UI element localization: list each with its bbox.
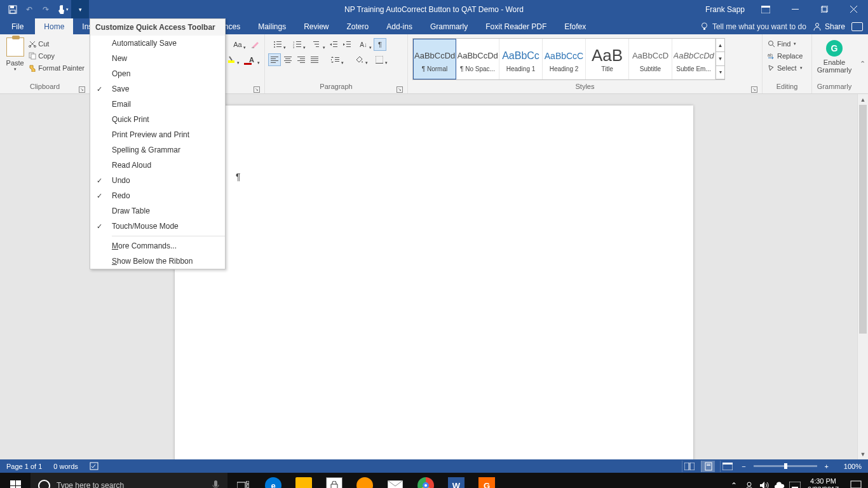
tray-onedrive-icon[interactable] — [772, 473, 787, 488]
qat-item-automatically-save[interactable]: Automatically Save — [90, 36, 225, 51]
scroll-thumb[interactable] — [859, 105, 867, 334]
spell-check-icon[interactable] — [90, 462, 100, 471]
find-button[interactable]: Find▾ — [766, 37, 798, 50]
tab-mailings[interactable]: Mailings — [249, 18, 295, 34]
align-left-button[interactable] — [268, 53, 281, 66]
change-case-button[interactable]: Aa — [228, 38, 247, 51]
paste-button[interactable]: Paste ▾ — [3, 36, 27, 72]
tab-efofex[interactable]: Efofex — [555, 18, 595, 34]
clipboard-launcher-icon[interactable]: ↘ — [79, 86, 85, 93]
zoom-slider[interactable] — [754, 465, 817, 467]
more-commands-item[interactable]: More Commands... — [90, 238, 225, 254]
style-heading-2[interactable]: AaBbCcCHeading 2 — [543, 39, 586, 79]
copy-button[interactable]: Copy — [27, 50, 86, 62]
qat-item-undo[interactable]: ✓Undo — [90, 173, 225, 188]
word-count[interactable]: 0 words — [53, 463, 78, 470]
style--no-spac-[interactable]: AaBbCcDd¶ No Spac... — [456, 39, 499, 79]
tray-volume-icon[interactable] — [757, 473, 772, 488]
tray-clock[interactable]: 4:30 PM 9/23/2017 — [803, 477, 844, 488]
enable-grammarly-button[interactable]: G Enable Grammarly — [815, 36, 853, 74]
task-view-button[interactable] — [227, 473, 258, 488]
maximize-button[interactable] — [810, 0, 839, 18]
zoom-out-button[interactable]: − — [739, 463, 748, 470]
align-right-button[interactable] — [295, 53, 308, 66]
tab-zotero[interactable]: Zotero — [338, 18, 378, 34]
tab-grammarly[interactable]: Grammarly — [421, 18, 477, 34]
tray-keyboard-icon[interactable] — [787, 473, 803, 488]
taskbar-edge[interactable]: e — [258, 473, 288, 488]
customize-qat-button[interactable]: ▾ — [71, 0, 89, 18]
qat-item-redo[interactable]: ✓Redo — [90, 188, 225, 203]
zoom-in-button[interactable]: + — [822, 463, 831, 470]
undo-icon[interactable]: ↶ — [22, 1, 37, 17]
qat-item-quick-print[interactable]: Quick Print — [90, 112, 225, 127]
align-center-button[interactable] — [281, 53, 294, 66]
styles-scroll[interactable]: ▲▼▾ — [715, 39, 724, 79]
tray-people-icon[interactable] — [742, 473, 757, 488]
style--normal[interactable]: AaBbCcDd¶ Normal — [413, 39, 456, 79]
touch-mode-icon[interactable]: ▾ — [55, 1, 70, 17]
qat-item-email[interactable]: Email — [90, 97, 225, 112]
tab-file[interactable]: File — [0, 18, 35, 34]
tab-home[interactable]: Home — [35, 18, 73, 34]
show-hide-button[interactable]: ¶ — [374, 38, 386, 51]
print-layout-button[interactable] — [701, 461, 715, 472]
bullets-button[interactable] — [268, 38, 287, 51]
tab-review[interactable]: Review — [295, 18, 337, 34]
taskbar-search[interactable]: Type here to search — [31, 473, 227, 488]
style-heading-1[interactable]: AaBbCcHeading 1 — [499, 39, 543, 79]
select-button[interactable]: Select▾ — [766, 62, 804, 74]
tray-overflow-icon[interactable]: ⌃ — [726, 473, 742, 488]
styles-gallery[interactable]: AaBbCcDd¶ NormalAaBbCcDd¶ No Spac...AaBb… — [412, 38, 725, 80]
close-button[interactable] — [839, 0, 868, 18]
comments-icon[interactable] — [851, 22, 863, 31]
qat-item-read-aloud[interactable]: Read Aloud — [90, 158, 225, 173]
web-layout-button[interactable] — [720, 461, 734, 472]
qat-item-spelling-grammar[interactable]: Spelling & Grammar — [90, 142, 225, 158]
cut-button[interactable]: Cut — [27, 37, 86, 50]
format-painter-button[interactable]: Format Painter — [27, 62, 86, 74]
replace-button[interactable]: abReplace — [766, 50, 804, 62]
numbering-button[interactable]: 123 — [288, 38, 307, 51]
style-subtle-em-[interactable]: AaBbCcDdSubtle Em... — [672, 39, 715, 79]
user-name[interactable]: Frank Sapp — [699, 5, 751, 14]
scroll-up-icon[interactable]: ▲ — [858, 94, 868, 105]
qat-item-new[interactable]: New — [90, 51, 225, 66]
ribbon-display-icon[interactable] — [751, 0, 780, 18]
decrease-indent-button[interactable] — [327, 38, 340, 51]
taskbar-mail[interactable]: 99+ — [380, 473, 410, 488]
vertical-scrollbar[interactable]: ▲ ▼ — [857, 94, 868, 459]
line-spacing-button[interactable] — [326, 53, 345, 66]
taskbar-explorer[interactable] — [288, 473, 319, 488]
sort-button[interactable]: A↓ — [354, 38, 373, 51]
action-center-button[interactable]: 22 — [844, 473, 868, 488]
qat-item-save[interactable]: ✓Save — [90, 81, 225, 97]
shading-button[interactable] — [350, 53, 369, 66]
font-color-button[interactable]: A — [242, 53, 261, 66]
taskbar-store[interactable] — [319, 473, 349, 488]
styles-launcher-icon[interactable]: ↘ — [751, 86, 757, 93]
scroll-down-icon[interactable]: ▼ — [858, 449, 868, 459]
qat-item-draw-table[interactable]: Draw Table — [90, 203, 225, 219]
tell-me-search[interactable]: Tell me what you want to do — [700, 22, 806, 31]
page-indicator[interactable]: Page 1 of 1 — [6, 463, 42, 470]
redo-icon[interactable]: ↷ — [38, 1, 53, 17]
clear-formatting-button[interactable] — [248, 38, 261, 51]
minimize-button[interactable] — [780, 0, 810, 18]
show-below-ribbon-item[interactable]: Show Below the Ribbon — [90, 254, 225, 269]
style-subtitle[interactable]: AaBbCcDSubtitle — [629, 39, 672, 79]
document-page[interactable]: ¶ — [175, 105, 693, 459]
read-mode-button[interactable] — [682, 461, 696, 472]
taskbar-word[interactable]: W — [441, 473, 471, 488]
paragraph-launcher-icon[interactable]: ↘ — [397, 86, 403, 93]
save-icon[interactable] — [5, 1, 20, 17]
taskbar-chrome[interactable] — [410, 473, 441, 488]
start-button[interactable] — [0, 473, 31, 488]
justify-button[interactable] — [308, 53, 321, 66]
font-launcher-icon[interactable]: ↘ — [254, 86, 260, 93]
borders-button[interactable] — [370, 53, 389, 66]
tab-add-ins[interactable]: Add-ins — [377, 18, 421, 34]
collapse-ribbon-button[interactable]: ⌃ — [857, 34, 868, 93]
qat-item-touch-mouse-mode[interactable]: ✓Touch/Mouse Mode — [90, 219, 225, 234]
qat-item-open[interactable]: Open — [90, 66, 225, 81]
